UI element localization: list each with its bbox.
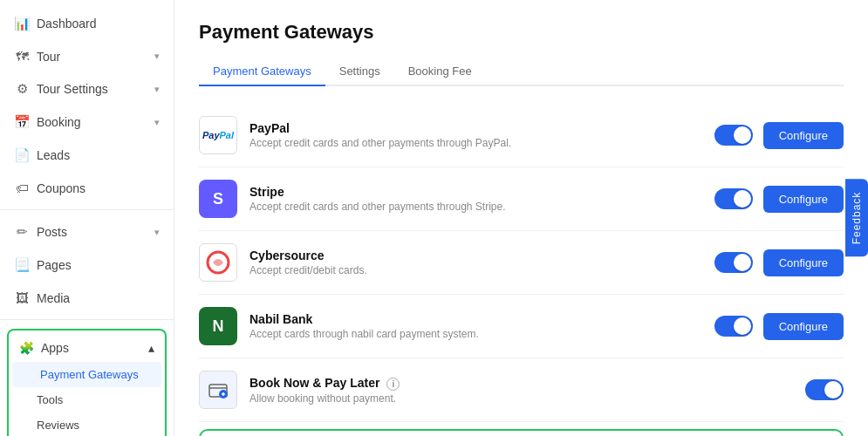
stripe-logo: S <box>199 180 237 218</box>
sidebar-label: Leads <box>37 148 70 162</box>
sidebar-subitem-reviews[interactable]: Reviews <box>9 412 165 436</box>
gateway-info-cybersource: Cybersource Accept credit/debit cards. <box>249 249 702 276</box>
tab-payment-gateways[interactable]: Payment Gateways <box>199 58 325 86</box>
sidebar: 📊 Dashboard 🗺 Tour ▾ ⚙ Tour Settings ▾ 📅… <box>0 0 174 436</box>
chevron-down-icon: ▾ <box>154 84 160 95</box>
gateway-actions-booknow <box>805 379 844 400</box>
gateway-desc: Accept credit/debit cards. <box>249 264 702 276</box>
gateway-actions-cybersource: Configure <box>714 249 844 276</box>
stripe-configure-button[interactable]: Configure <box>763 186 844 213</box>
nabil-toggle[interactable] <box>714 316 753 337</box>
booknow-toggle[interactable] <box>805 379 844 400</box>
gateway-name: PayPal <box>249 121 702 135</box>
sidebar-label: Media <box>37 291 70 305</box>
sidebar-label: Dashboard <box>37 17 97 31</box>
sidebar-label: Booking <box>37 115 81 129</box>
gateway-row-stripe: S Stripe Accept credit cards and other p… <box>199 167 844 231</box>
sidebar-label: Pages <box>37 258 72 272</box>
sidebar-item-booking[interactable]: 📅 Booking ▾ <box>0 106 174 139</box>
gateway-name: Cybersource <box>249 249 702 262</box>
stripe-toggle[interactable] <box>714 188 753 209</box>
cybersource-configure-button[interactable]: Configure <box>763 249 844 276</box>
posts-icon: ✏ <box>14 224 30 240</box>
apps-section: 🧩 Apps ▴ Payment Gateways Tools Reviews … <box>7 329 167 436</box>
info-icon[interactable]: i <box>386 378 400 391</box>
apps-icon: 🧩 <box>19 341 34 355</box>
pages-icon: 📃 <box>14 257 30 273</box>
gateway-desc: Accept credit cards and other payments t… <box>249 201 702 213</box>
sidebar-subitem-payment-gateways[interactable]: Payment Gateways <box>12 362 161 387</box>
sidebar-label: Posts <box>37 225 67 239</box>
sidebar-item-media[interactable]: 🖼 Media <box>0 282 174 314</box>
coupons-icon: 🏷 <box>14 181 30 195</box>
sidebar-label: Apps <box>41 341 69 355</box>
chevron-down-icon: ▾ <box>154 227 160 238</box>
gateway-desc: Allow booking without payment. <box>249 392 793 405</box>
paypal-toggle[interactable] <box>714 125 753 146</box>
sidebar-item-pages[interactable]: 📃 Pages <box>0 249 174 282</box>
sidebar-item-posts[interactable]: ✏ Posts ▾ <box>0 215 174 249</box>
paypal-configure-button[interactable]: Configure <box>763 122 844 149</box>
gateway-info-paypal: PayPal Accept credit cards and other pay… <box>249 121 702 149</box>
tour-settings-icon: ⚙ <box>14 81 30 97</box>
sidebar-label: Tour Settings <box>37 82 108 96</box>
gateway-info-nabil: Nabil Bank Accept cards through nabil ca… <box>249 312 702 340</box>
leads-icon: 📄 <box>14 147 30 163</box>
gateway-actions-paypal: Configure <box>714 122 844 149</box>
booknow-logo <box>199 371 237 409</box>
gateway-info-booknow: Book Now & Pay Later i Allow booking wit… <box>249 376 793 405</box>
gateway-row-cybersource: Cybersource Accept credit/debit cards. C… <box>199 231 844 295</box>
sidebar-item-leads[interactable]: 📄 Leads <box>0 139 174 172</box>
gateway-name: Book Now & Pay Later i <box>249 376 793 391</box>
gateway-desc: Accept cards through nabil card payment … <box>249 328 702 340</box>
cybersource-toggle[interactable] <box>714 252 753 273</box>
sidebar-item-tour[interactable]: 🗺 Tour ▾ <box>0 40 174 72</box>
main-content: Payment Gateways Payment Gateways Settin… <box>174 0 868 436</box>
gateway-desc: Accept credit cards and other payments t… <box>249 137 702 149</box>
chevron-down-icon: ▾ <box>154 51 160 62</box>
nabil-logo: N <box>199 307 237 345</box>
gateway-row-nabil: N Nabil Bank Accept cards through nabil … <box>199 295 844 358</box>
gateway-row-authorize: A Authorize.Net Accept credit cards and … <box>199 429 844 436</box>
sidebar-subitem-tools[interactable]: Tools <box>9 387 165 412</box>
tab-settings[interactable]: Settings <box>325 58 394 86</box>
gateway-name: Stripe <box>249 185 702 199</box>
gateway-name: Nabil Bank <box>249 312 702 326</box>
booking-icon: 📅 <box>14 114 30 130</box>
sidebar-label: Tour <box>37 50 60 64</box>
chevron-up-icon: ▴ <box>148 341 154 355</box>
sidebar-item-dashboard[interactable]: 📊 Dashboard <box>0 7 174 40</box>
sidebar-item-apps[interactable]: 🧩 Apps ▴ <box>9 334 165 362</box>
tour-icon: 🗺 <box>14 49 30 64</box>
sidebar-item-coupons[interactable]: 🏷 Coupons <box>0 172 174 204</box>
feedback-sidebar: Feedback <box>845 180 868 257</box>
paypal-logo: PayPal <box>199 116 237 154</box>
dashboard-icon: 📊 <box>14 16 30 31</box>
feedback-tab[interactable]: Feedback <box>845 180 868 257</box>
chevron-down-icon: ▾ <box>154 117 160 128</box>
gateway-row-paypal: PayPal PayPal Accept credit cards and ot… <box>199 104 844 167</box>
media-icon: 🖼 <box>14 290 30 305</box>
nabil-configure-button[interactable]: Configure <box>763 313 844 340</box>
page-title: Payment Gateways <box>199 21 844 44</box>
gateway-row-booknow: Book Now & Pay Later i Allow booking wit… <box>199 358 844 422</box>
gateway-actions-stripe: Configure <box>714 186 844 213</box>
sidebar-item-tour-settings[interactable]: ⚙ Tour Settings ▾ <box>0 72 174 106</box>
gateway-actions-nabil: Configure <box>714 313 844 340</box>
tab-bar: Payment Gateways Settings Booking Fee <box>199 58 844 86</box>
cybersource-logo <box>199 243 237 282</box>
gateway-info-stripe: Stripe Accept credit cards and other pay… <box>249 185 702 213</box>
sidebar-label: Coupons <box>37 181 85 195</box>
tab-booking-fee[interactable]: Booking Fee <box>394 58 486 86</box>
